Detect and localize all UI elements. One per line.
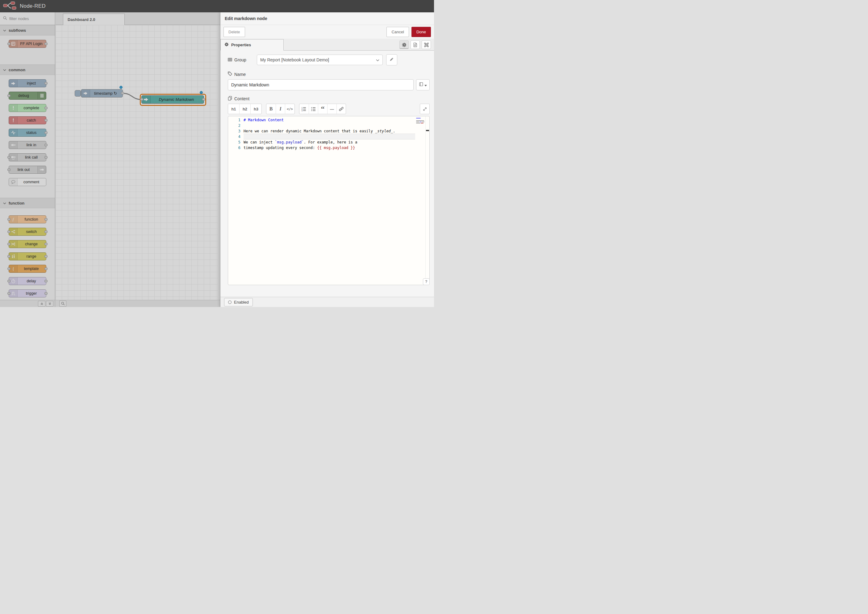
chevron-down-icon [376,57,379,62]
editor-cursor-marker [426,130,429,131]
editor-lines: 1# Markdown Content23Here we can render … [228,117,429,150]
tray-tab-buttons [399,40,431,49]
copy-pages-icon [228,96,232,101]
editor-line-2: 2 [228,123,429,128]
line-content [244,123,415,128]
editor-line-1: 1# Markdown Content [228,117,429,123]
tray-title: Edit markdown node [220,12,434,25]
heading1-button[interactable]: h1 [228,104,239,114]
line-number: 3 [228,128,244,134]
app-header: Node-RED [0,0,434,12]
tab-properties-label: Properties [231,43,251,47]
line-content: Here we can render dynamic Markdown cont… [244,128,415,134]
done-button[interactable]: Done [411,27,431,37]
tray-tab-bar: Properties [220,39,434,51]
code-button[interactable]: </> [285,104,295,114]
tag-icon [228,71,232,77]
line-content: timestamp updating every second: {{ msg.… [244,145,415,150]
enabled-label: Enabled [234,300,249,304]
editor-line-4: 4 [228,134,429,140]
line-content: # Markdown Content [244,117,415,123]
expand-editor-button[interactable] [420,104,429,114]
app-title: Node-RED [20,3,46,9]
toolbar-expand-group [420,104,430,114]
name-type-button[interactable] [416,79,430,90]
node-red-logo [3,2,17,11]
unordered-list-button[interactable] [309,104,318,114]
bold-button[interactable]: B [266,104,276,114]
group-row: Group My Report [Notebook Layout Demo] [228,54,430,65]
line-content [244,133,415,140]
editor-minimap[interactable] [416,118,425,124]
markdown-code-editor[interactable]: 1# Markdown Content23Here we can render … [228,116,430,285]
svg-text:3: 3 [301,110,303,111]
name-label: Name [228,71,246,77]
line-content: We can inject `msg.payload`. For example… [244,140,415,145]
edit-shade-overlay [0,12,220,307]
enabled-toggle-button[interactable]: Enabled [224,298,253,306]
line-number: 5 [228,140,244,145]
caret-down-icon [424,82,427,88]
editor-line-3: 3Here we can render dynamic Markdown con… [228,128,429,134]
line-number: 4 [228,134,244,140]
toolbar-group: BI</> [266,104,295,114]
toolbar-group: h1h2h3 [228,104,262,114]
properties-form: Group My Report [Notebook Layout Demo] [228,50,430,297]
circle-icon [228,301,231,304]
tab-properties[interactable]: Properties [220,39,284,51]
tray-footer: Enabled [220,297,434,307]
line-number: 6 [228,145,244,150]
italic-button[interactable]: I [276,104,285,114]
properties-tab-button[interactable] [399,40,409,49]
description-tab-button[interactable] [410,40,420,49]
cancel-button[interactable]: Cancel [387,27,409,37]
link-button[interactable] [337,104,346,114]
content-row: Content [228,96,430,101]
name-row: Name [228,71,430,77]
ordered-list-button[interactable]: 123 [300,104,309,114]
group-label: Group [228,57,246,63]
table-icon [228,57,232,63]
group-select[interactable]: My Report [Notebook Layout Demo] [257,54,383,65]
editor-line-5: 5We can inject `msg.payload`. For exampl… [228,140,429,145]
edit-group-button[interactable] [386,54,397,65]
tray-button-bar: Delete Cancel Done [220,25,434,39]
pencil-icon [390,57,394,63]
editor-line-6: 6timestamp updating every second: {{ msg… [228,145,429,150]
blockquote-button[interactable]: “ [318,104,327,114]
book-icon [419,82,423,88]
markdown-toolbar: h1h2h3BI</>123“— [228,104,430,114]
appearance-tab-button[interactable] [422,40,431,49]
heading3-button[interactable]: h3 [250,104,261,114]
node-red-app: Node-RED filter nodes subflowsFF API Log… [0,0,434,307]
name-input[interactable] [228,79,414,90]
horizontal-rule-button[interactable]: — [327,104,337,114]
delete-button[interactable]: Delete [224,27,245,37]
gear-icon [224,42,229,48]
toolbar-group: 123“— [299,104,346,114]
line-number: 2 [228,123,244,128]
line-number: 1 [228,117,244,123]
edit-node-tray: Edit markdown node Delete Cancel Done Pr… [220,12,434,307]
editor-help-button[interactable]: ? [423,278,430,285]
group-select-value: My Report [Notebook Layout Demo] [260,57,329,62]
content-label: Content [228,96,249,101]
heading2-button[interactable]: h2 [239,104,250,114]
name-input-row [228,79,430,90]
